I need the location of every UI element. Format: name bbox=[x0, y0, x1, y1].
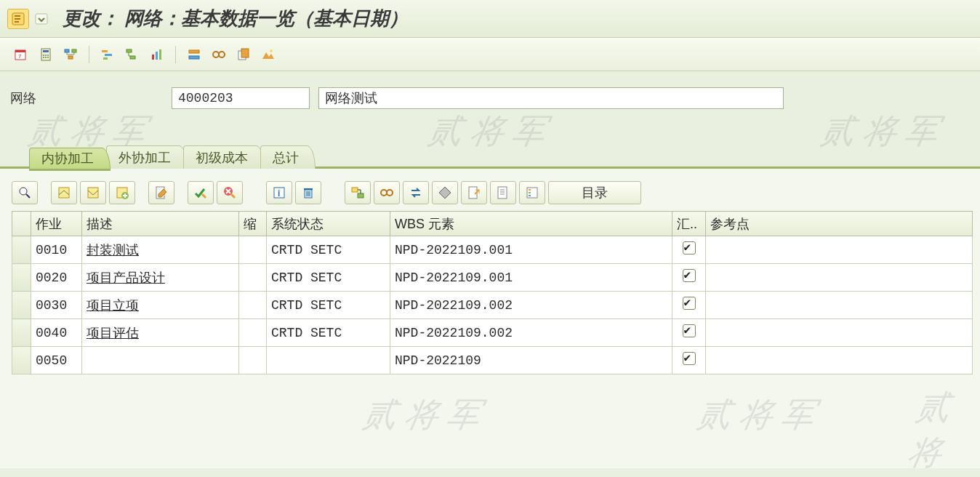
menu-button[interactable] bbox=[7, 9, 29, 29]
table-row[interactable]: 0010封装测试CRTD SETCNPD-2022109.001 bbox=[12, 236, 973, 264]
col-wbs[interactable]: WBS 元素 bbox=[390, 212, 672, 236]
table-row[interactable]: 0030项目立项CRTD SETCNPD-2022109.002 bbox=[12, 292, 973, 319]
capacity-button[interactable] bbox=[183, 44, 205, 65]
cell-description[interactable] bbox=[82, 347, 239, 374]
cell-status[interactable]: CRTD SETC bbox=[267, 319, 390, 347]
checkbox-icon[interactable] bbox=[683, 352, 696, 365]
cell-wbs[interactable]: NPD-2022109.002 bbox=[390, 319, 672, 347]
cell-agg[interactable] bbox=[672, 292, 706, 319]
cell-refpoint[interactable] bbox=[706, 319, 973, 347]
lock-button[interactable] bbox=[217, 181, 243, 204]
col-agg[interactable]: 汇.. bbox=[672, 212, 706, 236]
checkbox-icon[interactable] bbox=[683, 269, 696, 282]
cell-wbs[interactable]: NPD-2022109 bbox=[390, 347, 672, 374]
row-selector[interactable] bbox=[12, 319, 31, 347]
relation-button[interactable] bbox=[374, 181, 400, 204]
cell-short[interactable] bbox=[239, 347, 267, 374]
cell-status[interactable]: CRTD SETC bbox=[267, 264, 390, 292]
release-button[interactable] bbox=[188, 181, 214, 204]
cell-refpoint[interactable] bbox=[706, 264, 973, 292]
table-row[interactable]: 0020项目产品设计CRTD SETCNPD-2022109.001 bbox=[12, 264, 973, 292]
row-selector[interactable] bbox=[12, 264, 31, 292]
col-status[interactable]: 系统状态 bbox=[267, 212, 390, 236]
component-button[interactable] bbox=[345, 181, 371, 204]
edit-button[interactable] bbox=[148, 181, 174, 204]
svg-rect-15 bbox=[68, 56, 73, 59]
svg-point-30 bbox=[270, 49, 273, 52]
cell-short[interactable] bbox=[239, 236, 267, 264]
svg-point-27 bbox=[219, 52, 225, 57]
catalog-button[interactable]: 目录 bbox=[548, 181, 641, 204]
cell-agg[interactable] bbox=[672, 236, 706, 264]
cell-refpoint[interactable] bbox=[706, 236, 973, 264]
extras-pattern-button[interactable] bbox=[432, 181, 458, 204]
cell-description[interactable]: 项目产品设计 bbox=[82, 264, 239, 292]
cell-description[interactable]: 封装测试 bbox=[82, 236, 239, 264]
gantt-icon bbox=[100, 47, 115, 62]
col-short[interactable]: 缩 bbox=[239, 212, 267, 236]
cell-agg[interactable] bbox=[672, 264, 706, 292]
tab-internal-processing[interactable]: 内协加工 bbox=[29, 148, 111, 171]
confirm-button[interactable] bbox=[208, 44, 230, 65]
info-button[interactable]: i bbox=[266, 181, 292, 204]
cell-agg[interactable] bbox=[672, 347, 706, 374]
cell-operation[interactable]: 0020 bbox=[31, 264, 82, 292]
cell-operation[interactable]: 0050 bbox=[31, 347, 82, 374]
milestone-button[interactable] bbox=[403, 181, 429, 204]
tab-total[interactable]: 总计 bbox=[260, 145, 316, 169]
cell-short[interactable] bbox=[239, 292, 267, 319]
row-selector[interactable] bbox=[12, 236, 31, 264]
calculator-button[interactable] bbox=[35, 44, 57, 65]
col-select[interactable] bbox=[12, 212, 31, 236]
cell-wbs[interactable]: NPD-2022109.001 bbox=[390, 264, 672, 292]
cell-operation[interactable]: 0030 bbox=[31, 292, 82, 319]
select-all-button[interactable] bbox=[51, 181, 77, 204]
row-selector[interactable] bbox=[12, 347, 31, 374]
network-graphic-button[interactable] bbox=[146, 44, 168, 65]
cell-operation[interactable]: 0040 bbox=[31, 319, 82, 347]
cell-operation[interactable]: 0010 bbox=[31, 236, 82, 264]
copy-button[interactable] bbox=[233, 44, 254, 65]
cell-description[interactable]: 项目立项 bbox=[82, 292, 239, 319]
table-row[interactable]: 0040项目评估CRTD SETCNPD-2022109.002 bbox=[12, 319, 973, 347]
gantt-button[interactable] bbox=[97, 44, 119, 65]
col-operation[interactable]: 作业 bbox=[31, 212, 82, 236]
cell-status[interactable] bbox=[267, 347, 390, 374]
delete-button[interactable] bbox=[295, 181, 321, 204]
cell-short[interactable] bbox=[239, 319, 267, 347]
tab-external-processing[interactable]: 外协加工 bbox=[106, 145, 188, 169]
cell-wbs[interactable]: NPD-2022109.002 bbox=[390, 292, 672, 319]
schedule-overview-button[interactable]: 7 bbox=[10, 44, 32, 65]
insert-row-button[interactable] bbox=[109, 181, 135, 204]
hierarchy-button[interactable] bbox=[121, 44, 143, 65]
extras-doc-button[interactable] bbox=[461, 181, 487, 204]
cell-agg[interactable] bbox=[672, 319, 706, 347]
network-desc-input[interactable] bbox=[318, 87, 784, 109]
cell-wbs[interactable]: NPD-2022109.001 bbox=[390, 236, 672, 264]
cell-short[interactable] bbox=[239, 264, 267, 292]
table-row[interactable]: 0050NPD-2022109 bbox=[12, 347, 973, 374]
checkbox-icon[interactable] bbox=[683, 297, 696, 310]
cost-button[interactable] bbox=[257, 44, 279, 65]
cell-description[interactable]: 项目评估 bbox=[82, 319, 239, 347]
cell-status[interactable]: CRTD SETC bbox=[267, 292, 390, 319]
cell-refpoint[interactable] bbox=[706, 292, 973, 319]
hierarchy-icon bbox=[125, 47, 140, 62]
extras-text-button[interactable] bbox=[490, 181, 516, 204]
cell-status[interactable]: CRTD SETC bbox=[267, 236, 390, 264]
checkbox-icon[interactable] bbox=[683, 324, 696, 337]
svg-rect-50 bbox=[529, 192, 531, 193]
checkbox-icon[interactable] bbox=[683, 241, 696, 254]
col-refpoint[interactable]: 参考点 bbox=[706, 212, 973, 236]
graphic-button[interactable] bbox=[60, 44, 81, 65]
extras-list-button[interactable] bbox=[519, 181, 545, 204]
col-description[interactable]: 描述 bbox=[82, 212, 239, 236]
svg-rect-43 bbox=[358, 193, 364, 198]
deselect-all-button[interactable] bbox=[80, 181, 106, 204]
cell-refpoint[interactable] bbox=[706, 347, 973, 374]
network-id-input[interactable] bbox=[172, 87, 310, 109]
detail-button[interactable] bbox=[12, 181, 38, 204]
row-selector[interactable] bbox=[12, 292, 31, 319]
dropdown-button[interactable] bbox=[31, 9, 52, 29]
tab-primary-cost[interactable]: 初级成本 bbox=[183, 145, 265, 169]
